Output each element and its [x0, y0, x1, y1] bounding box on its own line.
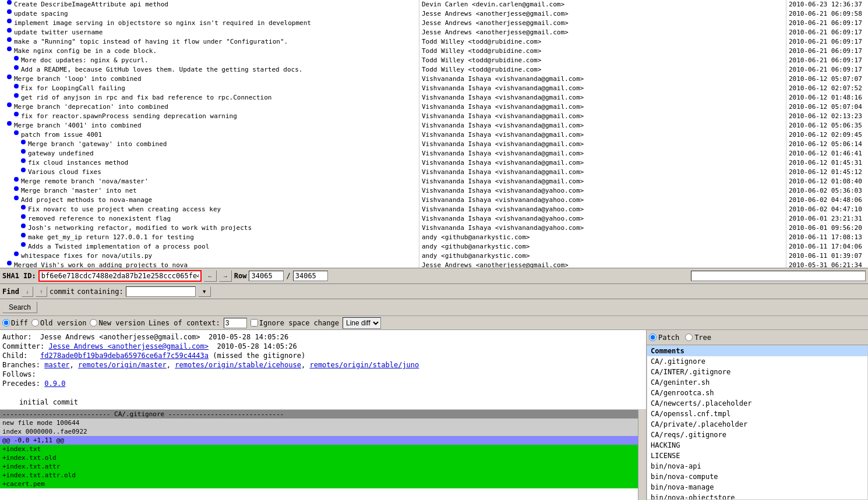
ignore-space-checkbox[interactable] [250, 319, 258, 327]
commit-row[interactable]: Adds a Twisted implementation of a proce… [0, 242, 419, 251]
find-down-button[interactable]: ↓ [22, 286, 33, 297]
patch-radio[interactable] [649, 334, 657, 341]
commit-dot [14, 186, 19, 191]
commit-row[interactable]: Merge branch 'loop' into combined [0, 75, 419, 84]
context-input[interactable] [224, 318, 247, 328]
commit-date-row: 2010-06-01 09:56:20 [786, 224, 868, 233]
commit-message: Fix for LoopingCall failing [19, 84, 125, 93]
find-input[interactable] [126, 286, 196, 297]
commit-date-row: 2010-06-02 05:36:03 [786, 186, 868, 196]
row-current-input[interactable] [249, 271, 284, 281]
commit-date-row: 2010-06-02 04:47:10 [786, 205, 868, 214]
tree-item[interactable]: CA/.gitignore [647, 356, 867, 367]
new-version-radio[interactable] [90, 319, 97, 327]
commit-row[interactable]: Merge branch 'deprecation' into combined [0, 102, 419, 112]
commit-row[interactable]: removed reference to nonexistent flag [0, 214, 419, 224]
tree-item[interactable]: bin/nova-api [647, 461, 867, 471]
commit-dot [21, 140, 26, 144]
commit-row[interactable]: get rid of anyjson in rpc and fix bad re… [0, 93, 419, 102]
commit-date-text: 2010-05-31 06:21:34 [786, 261, 865, 268]
commit-dot [7, 261, 12, 265]
commit-row[interactable]: Add a README, because GitHub loves them.… [0, 65, 419, 75]
sha-next-button[interactable]: → [219, 270, 232, 282]
tree-item[interactable]: CA/geninter.sh [647, 377, 867, 388]
old-version-radio-label[interactable]: Old version [31, 319, 86, 327]
commit-row[interactable]: make get_my_ip return 127.0.0.1 for test… [0, 233, 419, 242]
commit-message: Add project methods to nova-manage [19, 196, 152, 205]
commit-dot [7, 102, 12, 107]
tree-item[interactable]: bin/nova-manage [647, 482, 867, 492]
diff-scrollbar[interactable] [638, 410, 646, 500]
branch1-link[interactable]: master [44, 361, 69, 369]
commit-row[interactable]: update spacing [0, 9, 419, 19]
tree-item[interactable]: LICENSE [647, 451, 867, 461]
commit-date-column: 2010-06-23 12:36:372010-06-21 06:09:5820… [786, 0, 868, 268]
tree-item[interactable]: CA/private/.placeholder [647, 419, 867, 430]
branch2-link[interactable]: remotes/origin/master [78, 361, 167, 369]
child-link[interactable]: fd278ade0bf19ba9deba65976ce6af7c59c4443a [40, 352, 209, 360]
commit-row[interactable]: Various cloud fixes [0, 168, 419, 177]
diff-line: +cacert.pem [0, 480, 638, 488]
sha-extra-input[interactable] [691, 271, 866, 281]
old-version-radio[interactable] [31, 319, 39, 327]
commit-row[interactable]: Merge branch 'gateway' into combined [0, 140, 419, 149]
commit-row[interactable]: make a "Running" topic instead of having… [0, 37, 419, 47]
row-total-input[interactable] [293, 271, 328, 281]
commit-row[interactable]: Merge branch 'master' into net [0, 186, 419, 196]
commit-date-row: 2010-06-02 04:48:06 [786, 196, 868, 205]
search-button[interactable]: Search [2, 302, 37, 313]
commit-row[interactable]: Merged Vish's work on adding projects to… [0, 261, 419, 268]
commit-row[interactable]: patch from issue 4001 [0, 130, 419, 140]
new-version-radio-label[interactable]: New version [90, 319, 144, 327]
diff-radio[interactable] [2, 319, 10, 327]
commit-date-row: 2010-06-12 01:46:41 [786, 149, 868, 158]
commit-row[interactable]: fix for reactor.spawnProcess sending dep… [0, 112, 419, 121]
commit-author-row: Todd Willey <todd@rubidine.com> [419, 37, 786, 47]
commit-row[interactable]: Add project methods to nova-manage [0, 196, 419, 205]
precedes-link[interactable]: 0.9.0 [44, 380, 65, 388]
patch-radio-label[interactable]: Patch [649, 334, 679, 342]
commit-row[interactable]: Merge remote branch 'nova/master' [0, 177, 419, 186]
find-up-button[interactable]: ↑ [36, 286, 47, 297]
commit-row[interactable]: gateway undefined [0, 149, 419, 158]
diff-content[interactable]: ---------------------------- CA/.gitigno… [0, 410, 638, 500]
tree-item[interactable]: bin/nova-objectstore [647, 492, 867, 500]
diff-style-select[interactable]: Line diff [343, 317, 381, 329]
commit-date-row: 2010-06-12 02:09:45 [786, 130, 868, 140]
tree-radio-label[interactable]: Tree [685, 334, 711, 342]
diff-line: +index.txt.attr [0, 462, 638, 471]
commit-row[interactable]: Fix novarc to use project when creating … [0, 205, 419, 214]
sha-input[interactable] [38, 270, 202, 282]
commit-dot [7, 9, 12, 14]
tree-radio[interactable] [685, 334, 693, 341]
commit-row[interactable]: Josh's networking refactor, modified to … [0, 224, 419, 233]
commit-row[interactable]: update twitter username [0, 28, 419, 37]
find-dropdown-button[interactable]: ▼ [198, 286, 211, 297]
commit-graph-column: Create DescribeImageAttribute api method… [0, 0, 419, 268]
tree-item[interactable]: CA/genrootca.sh [647, 388, 867, 398]
commit-row[interactable]: More doc updates: nginx & pycurl. [0, 56, 419, 65]
commit-row[interactable]: implement image serving in objectstore s… [0, 19, 419, 28]
tree-item[interactable]: CA/newcerts/.placeholder [647, 398, 867, 409]
commit-row[interactable]: Create DescribeImageAttribute api method [0, 0, 419, 9]
branch4-link[interactable]: remotes/origin/stable/juno [309, 361, 419, 369]
commit-message: Make nginx config be in a code block. [12, 47, 157, 56]
commit-author-text: Vishvananda Ishaya <vishvananda@yahoo.co… [419, 186, 586, 196]
sha-prev-button[interactable]: ← [204, 270, 217, 282]
commit-date-text: 2010-06-12 02:09:45 [786, 130, 865, 140]
commit-row[interactable]: whitespace fixes for nova/utils.py [0, 251, 419, 261]
ignore-space-label[interactable]: Ignore space change [250, 319, 339, 327]
tree-item[interactable]: CA/openssl.cnf.tmpl [647, 409, 867, 419]
tree-item[interactable]: CA/reqs/.gitignore [647, 430, 867, 440]
diff-radio-label[interactable]: Diff [2, 319, 28, 327]
commit-row[interactable]: Make nginx config be in a code block. [0, 47, 419, 56]
branch3-link[interactable]: remotes/origin/stable/icehouse [175, 361, 301, 369]
tree-item[interactable]: HACKING [647, 440, 867, 451]
commit-row[interactable]: Merge branch '4001' into combined [0, 121, 419, 130]
commit-row[interactable]: fix cloud instances method [0, 158, 419, 168]
tree-item[interactable]: Comments [647, 346, 867, 356]
tree-item[interactable]: CA/INTER/.gitignore [647, 367, 867, 377]
commit-row[interactable]: Fix for LoopingCall failing [0, 84, 419, 93]
committer-link[interactable]: Jesse Andrews <anotherjesse@gmail.com> [48, 342, 209, 350]
tree-item[interactable]: bin/nova-compute [647, 471, 867, 482]
